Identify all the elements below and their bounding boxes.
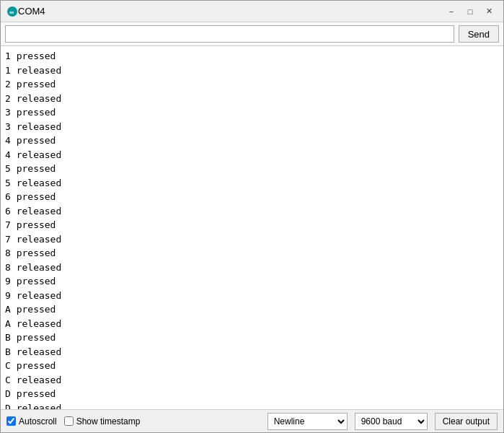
output-lines: 1 pressed 1 released 2 pressed 2 release… <box>5 49 499 409</box>
window-title: COM4 <box>18 6 443 17</box>
newline-select[interactable]: No line endingNewlineCarriage returnBoth… <box>268 413 348 430</box>
autoscroll-checkbox[interactable] <box>6 416 16 426</box>
arduino-serial-monitor: ∞ COM4 − □ ✕ Send 1 pressed 1 released 2… <box>0 0 504 433</box>
maximize-button[interactable]: □ <box>461 4 479 19</box>
svg-text:∞: ∞ <box>9 9 14 16</box>
send-button[interactable]: Send <box>459 25 499 43</box>
clear-output-button[interactable]: Clear output <box>435 413 498 430</box>
title-bar: ∞ COM4 − □ ✕ <box>1 1 503 22</box>
serial-input[interactable] <box>5 25 454 43</box>
baud-select[interactable]: 300 baud1200 baud2400 baud4800 baud9600 … <box>355 413 428 430</box>
autoscroll-label[interactable]: Autoscroll <box>6 416 57 427</box>
serial-output[interactable]: 1 pressed 1 released 2 pressed 2 release… <box>1 46 503 409</box>
timestamp-text: Show timestamp <box>76 416 141 427</box>
input-bar: Send <box>1 22 503 46</box>
app-icon: ∞ <box>6 6 18 17</box>
minimize-button[interactable]: − <box>443 4 460 19</box>
timestamp-label[interactable]: Show timestamp <box>64 416 141 427</box>
autoscroll-text: Autoscroll <box>19 416 57 427</box>
timestamp-checkbox[interactable] <box>64 416 74 426</box>
status-bar: Autoscroll Show timestamp No line ending… <box>1 409 503 432</box>
window-controls: − □ ✕ <box>443 4 498 19</box>
close-button[interactable]: ✕ <box>480 4 498 19</box>
